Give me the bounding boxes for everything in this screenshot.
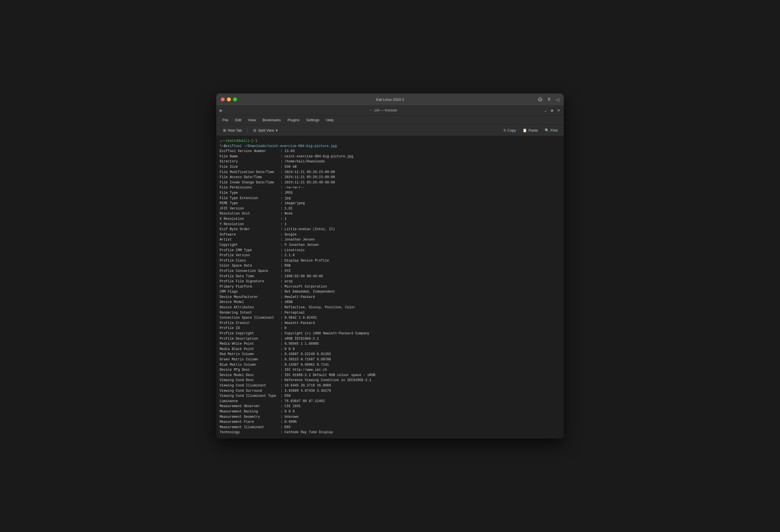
konsole-title: ~ : zsh — Konsole — [223, 108, 544, 112]
field-name: Viewing Cond Illuminant Type — [220, 393, 279, 399]
field-name: File Permissions — [220, 185, 279, 191]
output-row: JFIF Version : 1.01 — [220, 206, 560, 211]
field-name: Measurement Illuminant — [220, 425, 279, 430]
field-value: Not Embedded, Independent — [285, 290, 335, 294]
field-value: 2024:11:21 05:26:23-09:00 — [285, 175, 335, 179]
field-name: JFIF Version — [220, 206, 279, 211]
field-name: File Inode Change Date/Time — [220, 180, 279, 185]
field-separator: : — [279, 149, 285, 153]
window-title: Kali Linux 2024.3 — [376, 97, 404, 102]
field-separator: : — [279, 295, 285, 299]
close-tab-icon[interactable]: ✕ — [557, 108, 560, 113]
field-separator: : — [279, 378, 285, 382]
menu-help[interactable]: Help — [323, 117, 337, 123]
output-row: ExifTool Version Number : 13.03 — [220, 149, 560, 154]
field-separator: : — [279, 290, 285, 294]
output-row: Primary Platform : Microsoft Corporation — [220, 284, 560, 289]
prompt-user: ┌──(kali㉿kali)-[~] — [220, 138, 257, 144]
konsole-bar-icons: ⌄ ◈ ✕ — [544, 108, 560, 113]
output-row: Technology : Cathode Ray Tube Display — [220, 430, 560, 435]
field-name: Profile Connection Space — [220, 269, 279, 274]
field-name: X Resolution — [220, 216, 279, 222]
prompt-line-2: └─$ exiftool ~/Downloads/osint-exercise-… — [220, 144, 560, 149]
output-row: Profile File Signature : acsp — [220, 279, 560, 284]
terminal-area[interactable]: ┌──(kali㉿kali)-[~] └─$ exiftool ~/Downlo… — [216, 136, 564, 438]
field-separator: : — [279, 196, 285, 200]
field-name: Profile Creator — [220, 321, 279, 326]
field-value: 0.43607 0.22249 0.01392 — [285, 352, 331, 356]
chevron-down-icon[interactable]: ⌄ — [544, 108, 547, 113]
field-name: Exif Byte Order — [220, 227, 279, 232]
tabbar: ⊞ New Tab ⊟ Split View ▾ ⎘ Copy 📋 Paste … — [216, 125, 564, 136]
field-separator: : — [279, 253, 285, 257]
field-separator: : — [279, 306, 285, 309]
output-row: File Type Extension : jpg — [220, 196, 560, 201]
field-value: Microsoft Corporation — [285, 285, 327, 289]
field-separator: : — [279, 410, 285, 414]
close-button[interactable] — [221, 97, 225, 101]
field-value: None — [285, 212, 293, 216]
menu-plugins[interactable]: Plugins — [285, 117, 302, 123]
field-separator: : — [279, 415, 285, 419]
menu-bookmarks[interactable]: Bookmarks — [260, 117, 284, 123]
field-name: Device Model — [220, 300, 279, 305]
minimize-button[interactable] — [227, 97, 231, 101]
field-separator: : — [279, 180, 285, 184]
field-separator: : — [279, 363, 285, 367]
output-row: Measurement Illuminant : D65 — [220, 425, 560, 430]
field-value: 0 — [285, 326, 287, 330]
menu-view[interactable]: View — [245, 117, 258, 123]
output-row: Measurement Backing : 0 0 0 — [220, 409, 560, 414]
paste-button[interactable]: 📋 Paste — [520, 127, 540, 134]
output-row: Viewing Cond Surround : 3.92889 4.07439 … — [220, 388, 560, 394]
field-separator: : — [279, 326, 285, 330]
field-value: 2024:11:21 05:26:40-09:00 — [285, 180, 335, 184]
field-name: File Access Date/Time — [220, 175, 279, 180]
field-separator: : — [279, 394, 285, 398]
field-value: CIE 1931 — [285, 404, 301, 408]
field-name: Connection Space Illuminant — [220, 315, 279, 321]
field-name: File Type Extension — [220, 196, 279, 201]
field-separator: : — [279, 207, 285, 211]
output-row: Profile CMM Type : Linotronic — [220, 248, 560, 253]
field-name: Profile Version — [220, 253, 279, 258]
field-name: Measurement Backing — [220, 409, 279, 414]
field-name: Rendering Intent — [220, 310, 279, 316]
menu-edit[interactable]: Edit — [232, 117, 244, 123]
field-separator: : — [279, 337, 285, 341]
field-value: sRGB — [285, 300, 293, 304]
menu-file[interactable]: File — [220, 117, 231, 123]
field-value: 13.03 — [285, 149, 295, 153]
field-separator: : — [279, 342, 285, 346]
pin-icon[interactable]: ◈ — [550, 108, 554, 113]
copy-label: Copy — [507, 128, 516, 132]
field-separator: : — [279, 389, 285, 393]
field-name: Resolution Unit — [220, 211, 279, 216]
output-row: Media White Point : 0.95045 1 1.08905 — [220, 341, 560, 347]
split-view-button[interactable]: ⊟ Split View ▾ — [250, 127, 281, 134]
field-value: Reference Viewing Condition in IEC61966-… — [285, 378, 372, 382]
copy-button[interactable]: ⎘ Copy — [501, 127, 519, 134]
field-separator: : — [279, 175, 285, 179]
back-icon[interactable]: ◁ — [556, 97, 559, 102]
pause-icon[interactable]: ⏸ — [547, 97, 551, 102]
menubar: File Edit View Bookmarks Plugins Setting… — [216, 115, 564, 125]
maximize-button[interactable] — [233, 97, 237, 101]
menu-settings[interactable]: Settings — [303, 117, 322, 123]
konsole-topbar: ▶ ~ : zsh — Konsole ⌄ ◈ ✕ — [216, 105, 564, 115]
main-window: Kali Linux 2024.3 ⏻ ⏸ ◁ ▶ ~ : zsh — Kons… — [216, 94, 564, 438]
output-row: Connection Space Illuminant : 0.9642 1 0… — [220, 315, 560, 321]
field-value: Copyright (c) 1998 Hewlett-Packard Compa… — [285, 331, 369, 335]
find-button[interactable]: 🔍 Find — [542, 127, 560, 134]
power-icon[interactable]: ⏻ — [538, 97, 542, 102]
field-separator: : — [279, 212, 285, 216]
field-name: Device Manufacturer — [220, 295, 279, 300]
field-value: 0 0 0 — [285, 347, 295, 351]
field-name: Profile ID — [220, 326, 279, 331]
new-tab-button[interactable]: ⊞ New Tab — [220, 127, 245, 134]
field-separator: : — [279, 170, 285, 174]
output-row: Device Mfg Desc : IEC http://www.iec.ch — [220, 367, 560, 373]
field-separator: : — [279, 155, 285, 158]
field-separator: : — [279, 185, 285, 190]
field-name: Technology — [220, 430, 279, 435]
